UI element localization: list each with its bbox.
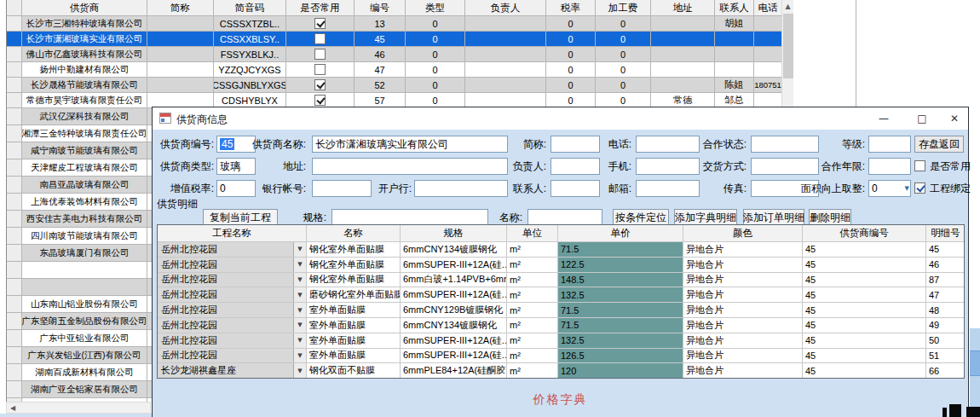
detail-cell[interactable]: 45 (803, 333, 926, 349)
detail-cell[interactable]: 室外单面贴膜 (307, 349, 401, 364)
table-cell[interactable] (651, 32, 715, 47)
grade-input[interactable] (868, 136, 911, 153)
detail-cell[interactable]: 46 (926, 258, 965, 273)
detail-cell[interactable]: m² (507, 318, 558, 333)
detail-cell[interactable]: 异地合片 (683, 363, 803, 379)
detail-cell[interactable]: 87 (926, 273, 965, 288)
detail-cell[interactable]: 异地合片 (683, 303, 803, 318)
table-cell[interactable] (651, 47, 715, 62)
row-header-cell[interactable] (7, 313, 22, 330)
add-dictionary-detail-button[interactable]: 添加字典明细 (674, 209, 737, 226)
table-cell[interactable]: CSSSXTZBL.. (214, 16, 286, 32)
project-combo-cell[interactable]: 岳州北控花园▼ (158, 349, 307, 364)
table-cell[interactable]: 13 (355, 16, 406, 32)
common-use-checkbox[interactable] (314, 18, 326, 29)
column-header[interactable]: 税率 (546, 0, 596, 16)
minimize-button[interactable]: — (867, 107, 901, 130)
detail-cell[interactable]: 50 (926, 333, 965, 349)
suppliers-horizontal-scrollbar[interactable]: ◀ (6, 402, 151, 414)
supplier-cell[interactable]: 天津耀皮工程玻璃有限公司 (22, 159, 147, 177)
detail-column-header[interactable]: 单价 (558, 225, 683, 242)
detail-cell[interactable]: 47 (926, 287, 965, 303)
chevron-down-icon[interactable]: ▼ (293, 242, 306, 257)
table-cell[interactable]: 长沙晟格节能玻璃有限公司 (22, 78, 147, 93)
table-cell[interactable]: 0 (546, 16, 596, 32)
table-cell[interactable] (715, 62, 754, 78)
supplier-cell[interactable]: 咸宁南玻节能玻璃有限公司 (22, 142, 147, 159)
table-cell[interactable] (147, 78, 214, 93)
chevron-down-icon[interactable]: ▼ (293, 363, 306, 378)
table-cell[interactable]: 0 (596, 32, 651, 47)
project-combo-cell[interactable]: 长沙龙湖祺鑫星座▼ (158, 363, 307, 379)
detail-row[interactable]: 岳州北控花园▼钢化室外单面贴膜6mmCNY134镀膜钢化m²71.5异地合片45… (158, 242, 964, 258)
row-header-cell[interactable] (7, 78, 22, 93)
scroll-left-arrow-icon[interactable]: ◀ (7, 403, 19, 413)
table-cell[interactable]: 佛山市亿鑫玻璃科技有限公司 (22, 47, 147, 62)
detail-column-header[interactable]: 明细号 (926, 225, 965, 242)
common-use-checkbox[interactable] (914, 160, 925, 171)
detail-column-header[interactable]: 工程名称 (158, 225, 307, 242)
supplier-cell[interactable]: 上海优泰装饰材料有限公司 (22, 194, 147, 211)
table-cell[interactable]: 0 (406, 78, 465, 93)
column-header[interactable]: 地址 (651, 0, 715, 16)
detail-cell[interactable]: 45 (926, 242, 965, 258)
detail-cell[interactable]: 120 (558, 363, 683, 379)
row-header-cell[interactable] (7, 228, 22, 245)
detail-cell[interactable]: 异地合片 (683, 333, 803, 349)
detail-column-header[interactable]: 颜色 (683, 225, 803, 242)
table-cell[interactable]: 45 (355, 32, 406, 47)
table-cell[interactable] (465, 62, 546, 78)
table-cell[interactable] (715, 47, 754, 62)
supplier-cell[interactable] (22, 279, 147, 296)
table-cell[interactable] (286, 78, 355, 93)
detail-cell[interactable]: m² (507, 273, 558, 288)
chevron-down-icon[interactable]: ▼ (293, 318, 306, 333)
detail-cell[interactable]: 异地合片 (683, 242, 803, 258)
vertical-scrollbar-thumb[interactable] (783, 14, 793, 78)
column-header[interactable]: 加工费 (596, 0, 651, 16)
detail-cell[interactable]: 6mmSUPER-III+12A(硅... (401, 258, 507, 273)
add-order-detail-button[interactable]: 添加订单明细 (743, 209, 804, 226)
row-header-cell[interactable] (7, 347, 22, 364)
chevron-down-icon[interactable]: ▼ (293, 349, 306, 363)
detail-cell[interactable]: 6mmCNY134镀膜钢化 (401, 242, 507, 258)
detail-cell[interactable]: 异地合片 (683, 287, 803, 303)
detail-cell[interactable]: 126.5 (558, 349, 683, 364)
project-combo-cell[interactable]: 岳州北控花园▼ (158, 333, 307, 349)
table-cell[interactable] (286, 32, 355, 47)
detail-cell[interactable]: 钢化室外单面贴膜 (307, 273, 401, 288)
name-filter-input[interactable] (527, 209, 602, 226)
table-cell[interactable]: FSSYXBLKJ.. (214, 47, 286, 62)
table-cell[interactable]: 0 (546, 78, 596, 93)
detail-cell[interactable]: 6mm白玻+1.14PVB+6mm... (401, 273, 507, 288)
scroll-up-arrow-icon[interactable]: ▲ (782, 0, 793, 13)
detail-cell[interactable]: m² (507, 349, 558, 364)
detail-cell[interactable]: 室外单面贴膜 (307, 333, 401, 349)
detail-cell[interactable]: 异地合片 (683, 258, 803, 273)
detail-cell[interactable]: 45 (803, 287, 926, 303)
chevron-down-icon[interactable]: ▼ (293, 287, 306, 302)
table-cell[interactable]: 52 (355, 78, 406, 93)
chevron-down-icon[interactable]: ▼ (293, 273, 306, 287)
detail-cell[interactable]: 45 (803, 242, 926, 258)
row-header-cell[interactable] (7, 211, 22, 228)
detail-cell[interactable]: 异地合片 (683, 273, 803, 288)
detail-cell[interactable]: 45 (803, 363, 926, 379)
table-cell[interactable] (651, 62, 715, 78)
table-cell[interactable] (286, 62, 355, 78)
table-cell[interactable]: 0 (596, 16, 651, 32)
detail-row[interactable]: 岳州北控花园▼钢化室外单面贴膜6mmSUPER-III+12A(硅...m²12… (158, 258, 964, 273)
column-header[interactable]: 负责人 (465, 0, 546, 16)
maximize-button[interactable]: □ (905, 107, 939, 130)
detail-column-header[interactable]: 单位 (507, 225, 558, 242)
chevron-down-icon[interactable]: ▼ (293, 258, 306, 272)
table-cell[interactable] (651, 78, 715, 93)
row-header-cell[interactable] (7, 93, 22, 108)
project-bind-checkbox[interactable] (914, 182, 925, 194)
detail-cell[interactable]: 6mmCNY134镀膜钢化 (401, 318, 507, 333)
detail-row[interactable]: 岳州北控花园▼室外单面贴膜6mmSUPER-III+12A(硅...m²132.… (158, 333, 964, 349)
table-cell[interactable] (147, 32, 214, 47)
detail-cell[interactable]: m² (507, 242, 558, 258)
row-header-cell[interactable] (7, 47, 22, 62)
detail-row[interactable]: 长沙龙湖祺鑫星座▼钢化双面不贴膜6mmPLE84+12A(硅酮胶...m²120… (158, 363, 964, 379)
